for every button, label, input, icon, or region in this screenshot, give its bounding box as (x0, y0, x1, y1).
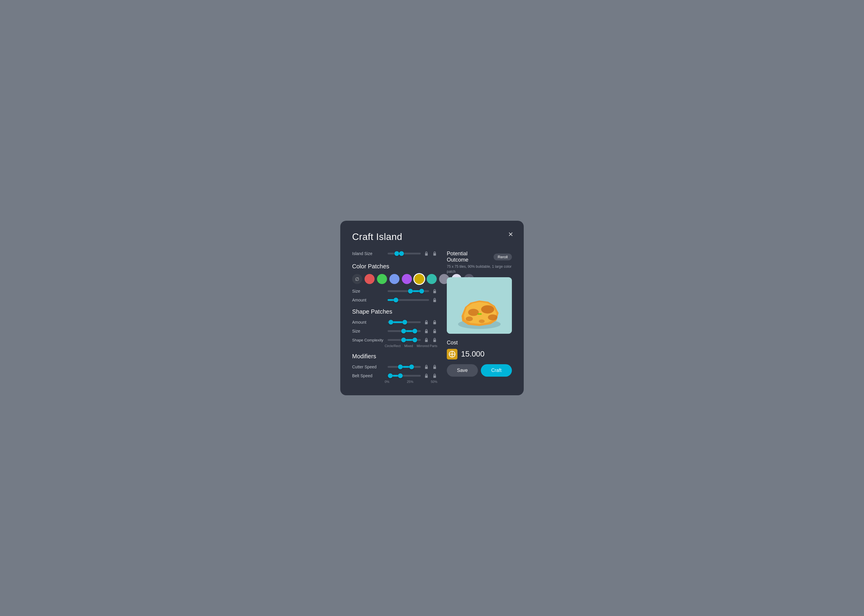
island-size-section: Island Size (352, 251, 432, 256)
swatch-purple[interactable] (402, 274, 412, 284)
swatch-green[interactable] (377, 274, 387, 284)
color-patches-title: Color Patches (352, 263, 432, 270)
color-size-label: Size (352, 289, 385, 294)
color-swatches: ∅ (352, 274, 432, 284)
island-size-slider[interactable] (388, 251, 421, 256)
swatch-teal[interactable] (427, 274, 432, 284)
color-size-row: Size (352, 288, 432, 294)
modal-title: Craft Island (352, 231, 432, 242)
swatch-blue[interactable] (390, 274, 399, 284)
color-size-slider[interactable] (388, 288, 429, 294)
color-amount-row: Amount (352, 297, 432, 303)
swatch-yellow[interactable] (414, 274, 424, 284)
island-size-lock1[interactable] (424, 251, 429, 256)
swatch-red[interactable] (364, 274, 375, 284)
svg-rect-0 (425, 253, 428, 256)
background-overlay: Craft Island × Island Size (0, 0, 432, 308)
left-panel: Island Size (352, 251, 432, 308)
island-size-row: Island Size (352, 251, 432, 256)
color-amount-label: Amount (352, 298, 385, 302)
island-size-label: Island Size (352, 251, 385, 256)
color-patches-section: Color Patches ∅ (352, 263, 432, 303)
swatch-none[interactable]: ∅ (352, 274, 362, 284)
color-amount-slider[interactable] (388, 297, 429, 303)
craft-island-modal: Craft Island × Island Size (340, 221, 432, 308)
